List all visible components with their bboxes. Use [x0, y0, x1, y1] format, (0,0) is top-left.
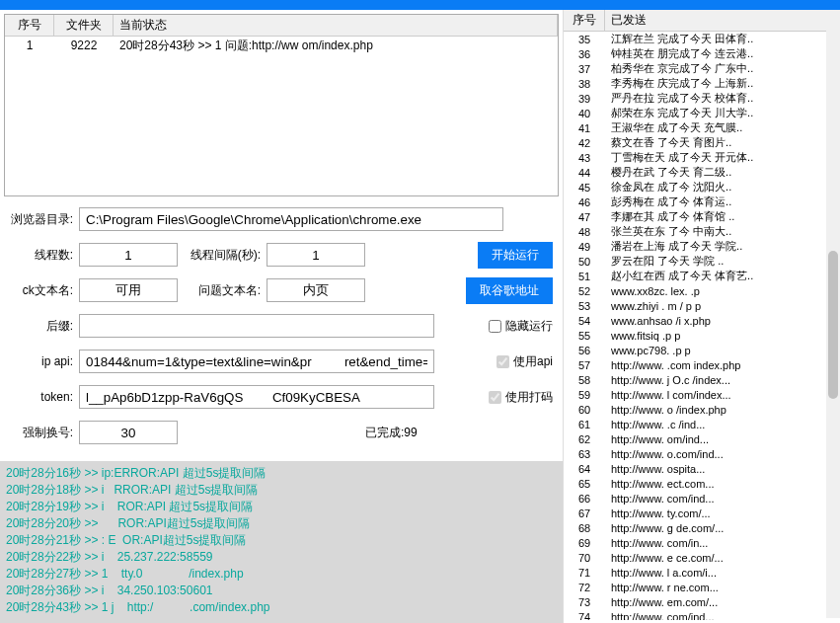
list-item[interactable]: 59http://www. l com/index... — [564, 387, 840, 402]
list-item[interactable]: 48张兰英在东 了今 中南大.. — [564, 224, 840, 239]
ck-label: ck文本名: — [10, 282, 79, 299]
threads-label: 线程数: — [10, 247, 79, 264]
list-item[interactable]: 42蔡文在香 了今天 育图片.. — [564, 135, 840, 150]
list-item[interactable]: 52www.xx8zc. lex. .p — [564, 283, 840, 298]
console-line: 20时28分20秒 >> ROR:API超过5s提取间隔 — [6, 515, 557, 532]
left-grid-header: 序号 文件夹 当前状态 — [5, 15, 558, 37]
right-grid-body[interactable]: 35江辉在兰 完成了今天 田体育..36钟桂英在 朋完成了今 连云港..37柏秀… — [564, 32, 840, 620]
suffix-label: 后缀: — [10, 318, 79, 335]
list-item[interactable]: 66http://www. com/ind... — [564, 491, 840, 506]
list-item[interactable]: 36钟桂英在 朋完成了今 连云港.. — [564, 46, 840, 61]
table-row[interactable]: 1922220时28分43秒 >> 1 问题:http://ww om/inde… — [5, 37, 558, 54]
hide-checkbox[interactable]: 隐藏运行 — [489, 318, 553, 335]
list-item[interactable]: 49潘岩在上海 成了今天 学院.. — [564, 239, 840, 254]
console-line: 20时28分18秒 >> i RROR:API 超过5s提取间隔 — [6, 482, 557, 499]
console-line: 20时28分43秒 >> 1 j http:/ .com/index.php — [6, 599, 557, 616]
list-item[interactable]: 69http://www. com/in... — [564, 535, 840, 550]
list-item[interactable]: 35江辉在兰 完成了今天 田体育.. — [564, 32, 840, 46]
suffix-input[interactable] — [79, 314, 434, 338]
browser-input[interactable] — [79, 207, 503, 231]
console-line: 20时28分16秒 >> ip:ERROR:API 超过5s提取间隔 — [6, 465, 557, 482]
list-item[interactable]: 72http://www. r ne.com... — [564, 580, 840, 594]
window-scrollbar[interactable] — [826, 10, 840, 618]
list-item[interactable]: 41王淑华在 成了今天 充气膜.. — [564, 120, 840, 135]
console-line: 20时28分21秒 >> : E OR:API超过5s提取间隔 — [6, 532, 557, 549]
rcol-seq-header: 序号 — [564, 10, 605, 31]
list-item[interactable]: 51赵小红在西 成了今天 体育艺.. — [564, 269, 840, 283]
list-item[interactable]: 74http://www. com/ind... — [564, 609, 840, 620]
console-line: 20时28分19秒 >> i ROR:API 超过5s提取间隔 — [6, 499, 557, 515]
token-input[interactable] — [79, 385, 434, 409]
list-item[interactable]: 71http://www. l a.com/i... — [564, 565, 840, 580]
list-item[interactable]: 50罗云在阳 了今天 学院 .. — [564, 254, 840, 269]
done-label: 已完成:99 — [365, 425, 418, 441]
scrollbar-thumb[interactable] — [828, 251, 838, 399]
interval-input[interactable] — [267, 243, 365, 267]
ipapi-label: ip api: — [10, 354, 79, 368]
list-item[interactable]: 45徐金凤在 成了今 沈阳火.. — [564, 180, 840, 195]
console-line: 20时28分22秒 >> i 25.237.222:58559 — [6, 549, 557, 566]
list-item[interactable]: 68http://www. g de.com/... — [564, 520, 840, 535]
force-label: 强制换号: — [10, 425, 79, 441]
list-item[interactable]: 60http://www. o /index.php — [564, 402, 840, 417]
usedama-checkbox[interactable]: 使用打码 — [489, 389, 553, 406]
list-item[interactable]: 44樱丹在武 了今天 育二级.. — [564, 165, 840, 180]
list-item[interactable]: 39严丹在拉 完成了今天 校体育.. — [564, 91, 840, 106]
list-item[interactable]: 73http://www. em.com/... — [564, 594, 840, 609]
col-status-header: 当前状态 — [114, 15, 558, 36]
console-line: 20时28分27秒 >> 1 tty.0 /index.php — [6, 566, 557, 583]
list-item[interactable]: 38李秀梅在 庆完成了今 上海新.. — [564, 76, 840, 91]
start-button[interactable]: 开始运行 — [478, 242, 553, 269]
list-item[interactable]: 53www.zhiyi . m / p p — [564, 298, 840, 313]
browser-label: 浏览器目录: — [10, 211, 79, 228]
ck-input[interactable] — [79, 278, 178, 302]
col-seq-header: 序号 — [5, 15, 54, 36]
rcol-sent-header: 已发送 — [605, 10, 840, 31]
list-item[interactable]: 65http://www. ect.com... — [564, 476, 840, 491]
right-grid-header: 序号 已发送 — [564, 10, 840, 32]
force-input[interactable] — [79, 421, 178, 444]
list-item[interactable]: 43丁雪梅在天 成了今天 开元体.. — [564, 150, 840, 165]
q-label: 问题文本名: — [178, 282, 267, 299]
list-item[interactable]: 37柏秀华在 京完成了今 广东中.. — [564, 61, 840, 76]
col-folder-header: 文件夹 — [54, 15, 114, 36]
list-item[interactable]: 62http://www. om/ind... — [564, 431, 840, 446]
list-item[interactable]: 61http://www. .c /ind... — [564, 417, 840, 431]
q-input[interactable] — [267, 278, 365, 302]
token-label: token: — [10, 390, 79, 404]
list-item[interactable]: 46彭秀梅在 成了今 体育运.. — [564, 195, 840, 209]
interval-label: 线程间隔(秒): — [178, 247, 267, 264]
threads-input[interactable] — [79, 243, 178, 267]
list-item[interactable]: 54www.anhsao /i x.php — [564, 313, 840, 328]
ipapi-input[interactable] — [79, 350, 434, 373]
console: 20时28分16秒 >> ip:ERROR:API 超过5s提取间隔20时28分… — [0, 461, 563, 623]
list-item[interactable]: 56www.pc798. .p p — [564, 343, 840, 357]
google-button[interactable]: 取谷歌地址 — [466, 277, 553, 304]
list-item[interactable]: 67http://www. ty.com/... — [564, 506, 840, 520]
list-item[interactable]: 70http://www. e ce.com/... — [564, 550, 840, 565]
list-item[interactable]: 63http://www. o.com/ind... — [564, 446, 840, 461]
left-grid-body[interactable]: 1922220时28分43秒 >> 1 问题:http://ww om/inde… — [5, 37, 558, 54]
list-item[interactable]: 40郝荣在东 完成了今天 川大学.. — [564, 106, 840, 120]
list-item[interactable]: 47李娜在其 成了今 体育馆 .. — [564, 209, 840, 224]
list-item[interactable]: 57http://www. .com index.php — [564, 357, 840, 372]
list-item[interactable]: 64http://www. ospita... — [564, 461, 840, 476]
list-item[interactable]: 55www.fitsiq .p p — [564, 328, 840, 343]
useapi-checkbox[interactable]: 使用api — [496, 353, 553, 370]
console-line: 20时28分36秒 >> i 34.250.103:50601 — [6, 583, 557, 599]
list-item[interactable]: 58http://www. j O.c /index... — [564, 372, 840, 387]
